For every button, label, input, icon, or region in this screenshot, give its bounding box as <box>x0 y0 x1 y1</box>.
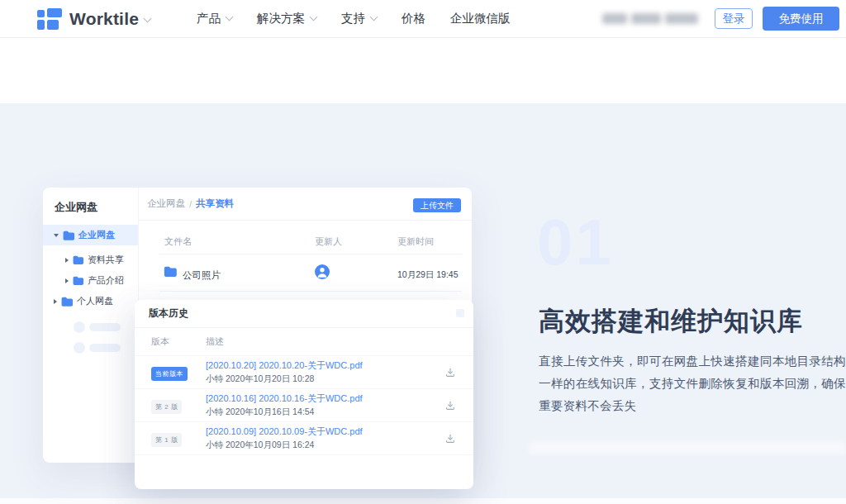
file-row-company-photos[interactable]: 公司照片 10月29日 19:45 <box>139 254 472 291</box>
version-badge: 第 2 版 <box>151 400 182 414</box>
updated-time: 10月29日 19:45 <box>397 269 459 281</box>
feature-description: 直接上传文件夹，即可在网盘上快速搭建同本地目录结构一样的在线知识库，支持文件删除… <box>539 350 846 417</box>
download-icon[interactable] <box>444 433 456 445</box>
feature-title: 高效搭建和维护知识库 <box>539 304 803 339</box>
column-header-updater: 更新人 <box>315 235 342 248</box>
version-panel-header: 版本历史 <box>135 300 473 328</box>
ghost-watermark <box>529 440 846 455</box>
logo-text: Worktile <box>69 9 139 29</box>
worktile-logo-icon <box>37 8 62 30</box>
nav-item-support[interactable]: 支持 <box>341 11 377 26</box>
chevron-down-icon <box>370 13 378 21</box>
tree-item-personal-drive[interactable]: 个人网盘 <box>43 291 139 311</box>
version-file-link[interactable]: [2020.10.20] 2020.10.20-关于WDC.pdf <box>206 359 427 372</box>
folder-icon <box>63 231 74 240</box>
tree-item-shared-docs[interactable]: 资料共享 <box>43 250 139 270</box>
nav-right: 登录 免费使用 <box>602 7 839 31</box>
nav-item-products[interactable]: 产品 <box>197 11 232 26</box>
expander-right-icon[interactable] <box>65 258 69 263</box>
phone-number-redacted <box>602 13 698 24</box>
version-meta: 小特 2020年10月16日 14:54 <box>206 407 427 418</box>
expander-right-icon[interactable] <box>65 278 69 283</box>
breadcrumb-separator: / <box>189 199 192 209</box>
version-history-panel: 版本历史 版本 描述 当前版本 [2020.10.20] 2020.10.20-… <box>135 300 473 489</box>
section-bottom-strip <box>0 498 846 504</box>
chevron-down-icon <box>226 13 234 21</box>
chevron-down-icon <box>310 13 318 21</box>
folder-icon <box>164 266 177 277</box>
folder-tree: 企业网盘 资料共享 产品介绍 个人网盘 <box>43 225 139 311</box>
sidebar-title: 企业网盘 <box>55 200 97 215</box>
tree-item-enterprise-drive[interactable]: 企业网盘 <box>43 225 139 245</box>
updater-avatar <box>315 264 330 279</box>
chevron-down-icon <box>144 15 152 23</box>
download-icon[interactable] <box>444 400 456 411</box>
worktile-logo[interactable]: Worktile <box>37 8 150 30</box>
version-file-link[interactable]: [2020.10.16] 2020.10.16-关于WDC.pdf <box>206 392 427 405</box>
version-panel-title: 版本历史 <box>149 307 188 321</box>
expander-right-icon[interactable] <box>54 299 57 304</box>
version-columns-header: 版本 描述 <box>135 328 473 356</box>
folder-icon <box>73 276 83 285</box>
folder-icon <box>61 297 73 307</box>
version-row[interactable]: 当前版本 [2020.10.20] 2020.10.20-关于WDC.pdf 小… <box>135 356 473 389</box>
nav-item-solutions[interactable]: 解决方案 <box>257 11 316 26</box>
table-row-divider <box>159 291 462 292</box>
login-button[interactable]: 登录 <box>715 8 753 29</box>
drive-sidebar: 企业网盘 企业网盘 资料共享 产品介绍 个人网盘 <box>43 188 139 463</box>
top-nav: Worktile 产品 解决方案 支持 价格 企业微信版 登录 免费使用 <box>0 0 846 38</box>
version-meta: 小特 2020年10月09日 16:24 <box>206 440 427 451</box>
breadcrumb-parent[interactable]: 企业网盘 <box>147 197 185 210</box>
column-header-version: 版本 <box>135 335 206 348</box>
version-row[interactable]: 第 2 版 [2020.10.16] 2020.10.16-关于WDC.pdf … <box>135 389 473 422</box>
file-name: 公司照片 <box>183 269 221 282</box>
version-row[interactable]: 第 1 版 [2020.10.09] 2020.10.09-关于WDC.pdf … <box>135 422 473 455</box>
folder-icon <box>73 255 83 264</box>
nav-links: 产品 解决方案 支持 价格 企业微信版 <box>197 11 511 26</box>
column-header-updated-time: 更新时间 <box>397 235 434 248</box>
download-icon[interactable] <box>444 367 456 378</box>
version-meta: 小特 2020年10月20日 10:28 <box>206 373 427 385</box>
expander-down-icon[interactable] <box>54 234 59 237</box>
nav-item-wecom[interactable]: 企业微信版 <box>450 11 511 26</box>
feature-index-watermark: 01 <box>537 210 614 274</box>
nav-item-pricing[interactable]: 价格 <box>402 11 425 26</box>
tree-item-product-intro[interactable]: 产品介绍 <box>43 270 139 291</box>
version-badge: 第 1 版 <box>151 433 182 447</box>
column-header-filename: 文件名 <box>164 235 192 248</box>
breadcrumb-current: 共享资料 <box>196 197 234 210</box>
version-file-link[interactable]: [2020.10.09] 2020.10.09-关于WDC.pdf <box>206 426 427 438</box>
version-badge-current: 当前版本 <box>151 367 188 381</box>
signup-button[interactable]: 免费使用 <box>763 7 839 31</box>
panel-corner-icon[interactable] <box>456 309 464 317</box>
upload-file-button[interactable]: 上传文件 <box>413 198 461 212</box>
column-header-description: 描述 <box>206 335 427 348</box>
